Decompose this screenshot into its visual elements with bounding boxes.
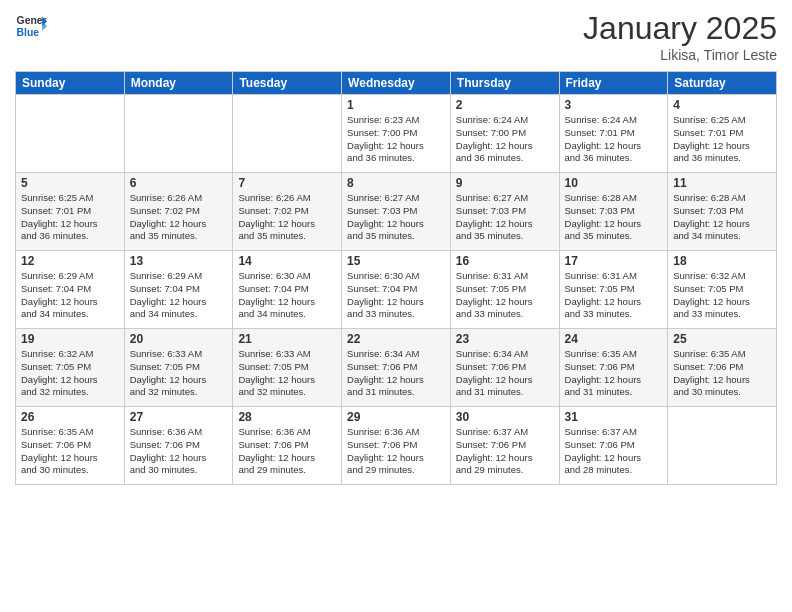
day-info: Sunrise: 6:33 AM Sunset: 7:05 PM Dayligh… (130, 348, 228, 399)
calendar-cell: 12Sunrise: 6:29 AM Sunset: 7:04 PM Dayli… (16, 251, 125, 329)
day-info: Sunrise: 6:36 AM Sunset: 7:06 PM Dayligh… (238, 426, 336, 477)
day-number: 19 (21, 332, 119, 346)
day-info: Sunrise: 6:33 AM Sunset: 7:05 PM Dayligh… (238, 348, 336, 399)
day-number: 16 (456, 254, 554, 268)
calendar-cell: 29Sunrise: 6:36 AM Sunset: 7:06 PM Dayli… (342, 407, 451, 485)
calendar-cell: 24Sunrise: 6:35 AM Sunset: 7:06 PM Dayli… (559, 329, 668, 407)
calendar-cell: 10Sunrise: 6:28 AM Sunset: 7:03 PM Dayli… (559, 173, 668, 251)
location: Likisa, Timor Leste (583, 47, 777, 63)
day-info: Sunrise: 6:27 AM Sunset: 7:03 PM Dayligh… (456, 192, 554, 243)
day-header-thursday: Thursday (450, 72, 559, 95)
day-info: Sunrise: 6:31 AM Sunset: 7:05 PM Dayligh… (456, 270, 554, 321)
calendar-header-row: SundayMondayTuesdayWednesdayThursdayFrid… (16, 72, 777, 95)
calendar-cell: 15Sunrise: 6:30 AM Sunset: 7:04 PM Dayli… (342, 251, 451, 329)
calendar-cell: 3Sunrise: 6:24 AM Sunset: 7:01 PM Daylig… (559, 95, 668, 173)
day-number: 23 (456, 332, 554, 346)
calendar-cell: 19Sunrise: 6:32 AM Sunset: 7:05 PM Dayli… (16, 329, 125, 407)
day-number: 11 (673, 176, 771, 190)
calendar-cell: 30Sunrise: 6:37 AM Sunset: 7:06 PM Dayli… (450, 407, 559, 485)
calendar-cell: 8Sunrise: 6:27 AM Sunset: 7:03 PM Daylig… (342, 173, 451, 251)
day-info: Sunrise: 6:30 AM Sunset: 7:04 PM Dayligh… (238, 270, 336, 321)
day-info: Sunrise: 6:28 AM Sunset: 7:03 PM Dayligh… (565, 192, 663, 243)
header: General Blue January 2025 Likisa, Timor … (15, 10, 777, 63)
day-number: 31 (565, 410, 663, 424)
calendar-cell: 14Sunrise: 6:30 AM Sunset: 7:04 PM Dayli… (233, 251, 342, 329)
day-header-friday: Friday (559, 72, 668, 95)
day-info: Sunrise: 6:32 AM Sunset: 7:05 PM Dayligh… (21, 348, 119, 399)
day-info: Sunrise: 6:36 AM Sunset: 7:06 PM Dayligh… (130, 426, 228, 477)
calendar-week-1: 1Sunrise: 6:23 AM Sunset: 7:00 PM Daylig… (16, 95, 777, 173)
calendar-week-5: 26Sunrise: 6:35 AM Sunset: 7:06 PM Dayli… (16, 407, 777, 485)
calendar-cell: 2Sunrise: 6:24 AM Sunset: 7:00 PM Daylig… (450, 95, 559, 173)
calendar-cell: 4Sunrise: 6:25 AM Sunset: 7:01 PM Daylig… (668, 95, 777, 173)
day-info: Sunrise: 6:30 AM Sunset: 7:04 PM Dayligh… (347, 270, 445, 321)
calendar-cell: 20Sunrise: 6:33 AM Sunset: 7:05 PM Dayli… (124, 329, 233, 407)
calendar-cell: 7Sunrise: 6:26 AM Sunset: 7:02 PM Daylig… (233, 173, 342, 251)
day-number: 3 (565, 98, 663, 112)
calendar-cell: 18Sunrise: 6:32 AM Sunset: 7:05 PM Dayli… (668, 251, 777, 329)
svg-text:Blue: Blue (17, 27, 40, 38)
day-info: Sunrise: 6:35 AM Sunset: 7:06 PM Dayligh… (21, 426, 119, 477)
day-info: Sunrise: 6:24 AM Sunset: 7:00 PM Dayligh… (456, 114, 554, 165)
page: General Blue January 2025 Likisa, Timor … (0, 0, 792, 612)
day-number: 17 (565, 254, 663, 268)
month-title: January 2025 (583, 10, 777, 47)
day-info: Sunrise: 6:34 AM Sunset: 7:06 PM Dayligh… (456, 348, 554, 399)
calendar-cell: 17Sunrise: 6:31 AM Sunset: 7:05 PM Dayli… (559, 251, 668, 329)
calendar-cell: 31Sunrise: 6:37 AM Sunset: 7:06 PM Dayli… (559, 407, 668, 485)
day-number: 4 (673, 98, 771, 112)
day-number: 8 (347, 176, 445, 190)
day-info: Sunrise: 6:37 AM Sunset: 7:06 PM Dayligh… (565, 426, 663, 477)
day-info: Sunrise: 6:29 AM Sunset: 7:04 PM Dayligh… (130, 270, 228, 321)
day-number: 26 (21, 410, 119, 424)
calendar-cell: 1Sunrise: 6:23 AM Sunset: 7:00 PM Daylig… (342, 95, 451, 173)
day-number: 13 (130, 254, 228, 268)
day-info: Sunrise: 6:35 AM Sunset: 7:06 PM Dayligh… (673, 348, 771, 399)
calendar-week-2: 5Sunrise: 6:25 AM Sunset: 7:01 PM Daylig… (16, 173, 777, 251)
calendar-table: SundayMondayTuesdayWednesdayThursdayFrid… (15, 71, 777, 485)
day-info: Sunrise: 6:26 AM Sunset: 7:02 PM Dayligh… (238, 192, 336, 243)
calendar-cell: 22Sunrise: 6:34 AM Sunset: 7:06 PM Dayli… (342, 329, 451, 407)
calendar-cell (16, 95, 125, 173)
calendar-cell: 9Sunrise: 6:27 AM Sunset: 7:03 PM Daylig… (450, 173, 559, 251)
day-number: 14 (238, 254, 336, 268)
day-header-saturday: Saturday (668, 72, 777, 95)
day-info: Sunrise: 6:36 AM Sunset: 7:06 PM Dayligh… (347, 426, 445, 477)
day-info: Sunrise: 6:29 AM Sunset: 7:04 PM Dayligh… (21, 270, 119, 321)
day-info: Sunrise: 6:34 AM Sunset: 7:06 PM Dayligh… (347, 348, 445, 399)
calendar-cell: 16Sunrise: 6:31 AM Sunset: 7:05 PM Dayli… (450, 251, 559, 329)
day-number: 18 (673, 254, 771, 268)
day-info: Sunrise: 6:31 AM Sunset: 7:05 PM Dayligh… (565, 270, 663, 321)
day-header-monday: Monday (124, 72, 233, 95)
day-info: Sunrise: 6:37 AM Sunset: 7:06 PM Dayligh… (456, 426, 554, 477)
calendar-cell: 21Sunrise: 6:33 AM Sunset: 7:05 PM Dayli… (233, 329, 342, 407)
day-number: 15 (347, 254, 445, 268)
day-number: 1 (347, 98, 445, 112)
day-number: 7 (238, 176, 336, 190)
title-block: January 2025 Likisa, Timor Leste (583, 10, 777, 63)
day-header-sunday: Sunday (16, 72, 125, 95)
calendar-cell: 23Sunrise: 6:34 AM Sunset: 7:06 PM Dayli… (450, 329, 559, 407)
calendar-cell (668, 407, 777, 485)
day-info: Sunrise: 6:24 AM Sunset: 7:01 PM Dayligh… (565, 114, 663, 165)
day-info: Sunrise: 6:32 AM Sunset: 7:05 PM Dayligh… (673, 270, 771, 321)
day-number: 12 (21, 254, 119, 268)
day-number: 10 (565, 176, 663, 190)
day-number: 2 (456, 98, 554, 112)
calendar-cell: 11Sunrise: 6:28 AM Sunset: 7:03 PM Dayli… (668, 173, 777, 251)
day-number: 20 (130, 332, 228, 346)
day-number: 6 (130, 176, 228, 190)
calendar-cell: 28Sunrise: 6:36 AM Sunset: 7:06 PM Dayli… (233, 407, 342, 485)
calendar-cell: 5Sunrise: 6:25 AM Sunset: 7:01 PM Daylig… (16, 173, 125, 251)
calendar-week-4: 19Sunrise: 6:32 AM Sunset: 7:05 PM Dayli… (16, 329, 777, 407)
day-number: 22 (347, 332, 445, 346)
day-info: Sunrise: 6:25 AM Sunset: 7:01 PM Dayligh… (21, 192, 119, 243)
day-number: 21 (238, 332, 336, 346)
day-number: 9 (456, 176, 554, 190)
day-number: 24 (565, 332, 663, 346)
calendar-cell: 13Sunrise: 6:29 AM Sunset: 7:04 PM Dayli… (124, 251, 233, 329)
day-header-wednesday: Wednesday (342, 72, 451, 95)
day-info: Sunrise: 6:23 AM Sunset: 7:00 PM Dayligh… (347, 114, 445, 165)
calendar-cell (124, 95, 233, 173)
calendar-week-3: 12Sunrise: 6:29 AM Sunset: 7:04 PM Dayli… (16, 251, 777, 329)
